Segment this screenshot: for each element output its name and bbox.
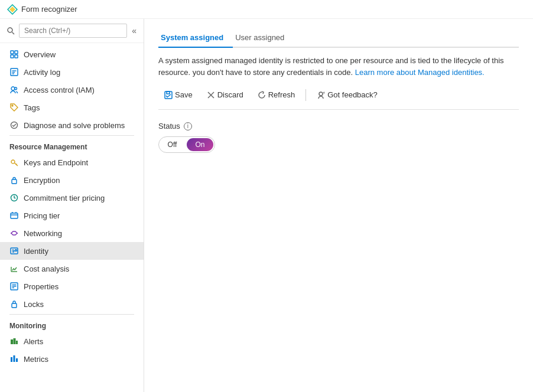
sidebar-item-networking-label: Networking [24,229,62,238]
status-text: Status [158,122,180,130]
learn-more-link[interactable]: Learn more about Managed identities. [355,68,485,77]
status-info-icon[interactable]: i [184,122,192,130]
status-section: Status i Off On [158,122,519,153]
svg-rect-6 [11,55,14,58]
encryption-icon [9,175,19,185]
save-label: Save [175,90,193,99]
section-header-resource: Resource Management [0,137,144,153]
svg-rect-42 [14,338,16,344]
metrics-icon [9,354,19,364]
keys-icon [9,158,19,167]
svg-rect-41 [11,339,13,344]
sidebar-item-keys-endpoint[interactable]: Keys and Endpoint [0,153,144,171]
svg-rect-45 [14,355,15,362]
sidebar-item-tags-label: Tags [24,103,40,112]
sidebar: « Overview [0,19,144,392]
feedback-button[interactable]: Got feedback? [311,87,384,102]
svg-point-51 [319,92,323,96]
sidebar-item-properties-label: Properties [24,282,58,291]
description-text: A system assigned managed identity is re… [158,55,513,78]
sidebar-item-tags[interactable]: Tags [0,99,144,116]
sidebar-item-encryption-label: Encryption [24,176,60,185]
sidebar-item-identity-label: Identity [24,247,48,256]
status-label-row: Status i [158,122,519,130]
sidebar-item-activity-log-label: Activity log [24,68,60,77]
svg-point-14 [12,105,13,106]
refresh-icon [258,91,266,99]
svg-rect-7 [15,55,18,58]
sidebar-item-identity[interactable]: Identity [0,242,144,260]
sidebar-item-locks-label: Locks [24,300,44,309]
search-input[interactable] [19,24,127,38]
networking-icon [9,228,19,238]
access-control-icon [9,85,19,94]
sidebar-item-pricing-tier-label: Pricing tier [24,211,60,220]
identity-icon [9,246,19,256]
tab-user-assigned[interactable]: User assigned [233,28,294,48]
svg-rect-4 [11,51,14,54]
sidebar-item-alerts-label: Alerts [24,337,43,346]
form-recognizer-icon [7,4,18,15]
discard-button[interactable]: Discard [201,87,249,102]
sidebar-item-access-control-label: Access control (IAM) [24,86,95,94]
discard-label: Discard [217,90,243,99]
svg-line-3 [12,32,15,35]
sidebar-item-encryption[interactable]: Encryption [0,171,144,189]
sidebar-item-alerts[interactable]: Alerts [0,332,144,350]
content-inner: System assigned User assigned A system a… [144,19,533,162]
tab-bar: System assigned User assigned [158,28,519,48]
svg-rect-46 [16,358,18,362]
properties-icon [9,282,19,291]
svg-rect-40 [12,303,17,308]
locks-icon [9,299,19,309]
collapse-sidebar-button[interactable]: « [131,25,138,37]
top-bar: Form recognizer [0,0,533,19]
tab-system-assigned[interactable]: System assigned [158,28,233,48]
toggle-on-option[interactable]: On [187,138,213,151]
pricing-icon [9,211,19,220]
refresh-label: Refresh [268,90,295,99]
sidebar-item-keys-label: Keys and Endpoint [24,158,88,167]
sidebar-item-overview[interactable]: Overview [0,45,144,63]
svg-point-16 [11,160,15,164]
refresh-button[interactable]: Refresh [252,87,301,102]
toggle-off-option[interactable]: Off [159,138,186,151]
sidebar-item-activity-log[interactable]: Activity log [0,63,144,81]
section-header-monitoring: Monitoring [0,316,144,332]
activity-log-icon [9,67,19,77]
sidebar-item-properties[interactable]: Properties [0,277,144,295]
svg-rect-44 [11,357,12,362]
save-button[interactable]: Save [158,87,199,102]
sidebar-item-access-control[interactable]: Access control (IAM) [0,81,144,99]
sidebar-search-container: « [0,19,144,43]
svg-rect-19 [12,179,17,184]
sidebar-item-locks[interactable]: Locks [0,295,144,313]
main-layout: « Overview [0,19,533,392]
alerts-icon [9,337,19,346]
overview-icon [9,50,19,59]
tags-icon [9,103,19,112]
svg-point-15 [11,122,18,129]
sidebar-item-diagnose-label: Diagnose and solve problems [24,121,125,130]
cost-icon [9,264,19,273]
svg-rect-43 [16,341,18,344]
sidebar-item-pricing-tier[interactable]: Pricing tier [0,207,144,224]
toolbar-divider [306,89,306,101]
save-icon [164,91,173,99]
app-name-label: Form recognizer [21,5,77,14]
svg-point-33 [15,250,17,251]
search-icon [6,26,15,35]
sidebar-item-networking[interactable]: Networking [0,224,144,242]
commitment-icon [9,193,19,202]
sidebar-item-diagnose[interactable]: Diagnose and solve problems [0,116,144,134]
feedback-icon [317,91,325,99]
sidebar-item-metrics[interactable]: Metrics [0,350,144,368]
sidebar-nav: Overview Activity log [0,43,144,370]
sidebar-item-overview-label: Overview [24,50,56,59]
content-area: System assigned User assigned A system a… [144,19,533,392]
svg-point-2 [8,28,12,32]
sidebar-item-cost-analysis[interactable]: Cost analysis [0,260,144,277]
status-toggle[interactable]: Off On [158,136,215,153]
toolbar: Save Discard Refresh [158,87,519,110]
sidebar-item-commitment-tier[interactable]: Commitment tier pricing [0,189,144,207]
